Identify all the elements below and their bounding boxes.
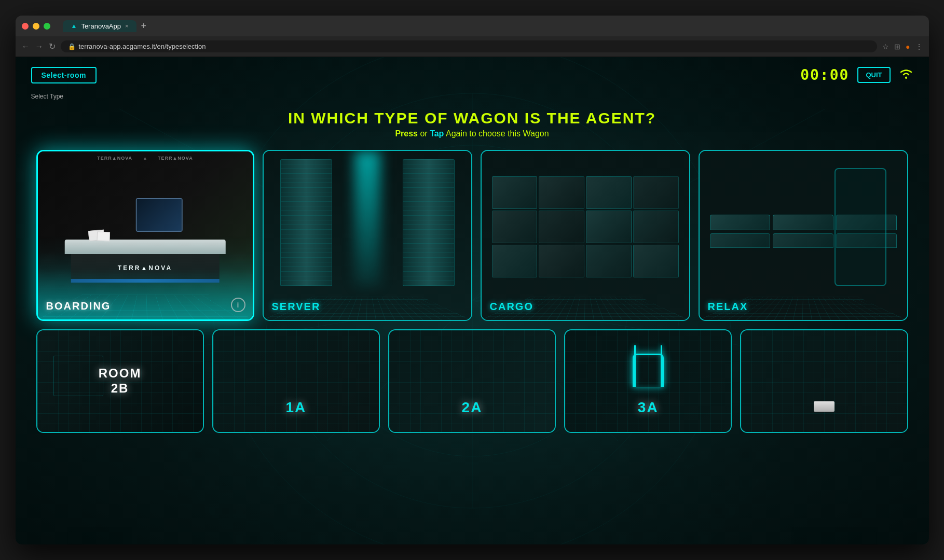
reload-button[interactable]: ↻ xyxy=(49,41,56,51)
server-rack-right xyxy=(403,159,455,286)
wifi-icon xyxy=(899,68,913,82)
back-button[interactable]: ← xyxy=(22,42,30,51)
press-text: Press xyxy=(395,129,418,138)
cargo-box-7 xyxy=(586,211,632,243)
browser-titlebar: ▲ TeranovaApp × + xyxy=(16,16,929,36)
cargo-box-3 xyxy=(586,176,632,209)
room1a-label: 1A xyxy=(285,399,306,416)
menu-icon[interactable]: ⋮ xyxy=(915,43,923,51)
boarding-info-icon[interactable]: i xyxy=(231,298,245,312)
traffic-light-yellow[interactable] xyxy=(33,23,39,30)
question-subtitle: Press or Tap Again to choose this Wagon xyxy=(16,129,929,138)
room1a-grid xyxy=(213,330,379,432)
browser-window: ▲ TeranovaApp × + ← → ↻ 🔒 terranova-app.… xyxy=(16,16,929,544)
cargo-box-1 xyxy=(492,176,538,209)
neon-right-rail xyxy=(661,345,662,387)
tap-text: Tap xyxy=(430,129,444,138)
address-bar[interactable]: 🔒 terranova-app.acgames.it/en/typeselect… xyxy=(61,40,878,52)
relax-chair-1 xyxy=(710,215,771,230)
cargo-box-12 xyxy=(633,245,679,277)
server-scene xyxy=(264,151,471,320)
relax-scene xyxy=(700,151,907,320)
desk-top xyxy=(64,240,226,254)
app-content: Select-room 00:00 QUIT Select Type xyxy=(16,57,929,544)
lock-icon: 🔒 xyxy=(68,43,76,50)
server-card[interactable]: SERVER xyxy=(263,150,472,321)
tab-close-button[interactable]: × xyxy=(125,23,128,29)
server-rack-left xyxy=(280,159,332,286)
room2b-card[interactable]: ROOM2B xyxy=(36,329,204,433)
cargo-boxes xyxy=(492,176,679,278)
cargo-box-10 xyxy=(539,245,584,277)
again-text: Again to choose this Wagon xyxy=(446,129,549,138)
relax-label: RELAX xyxy=(708,301,748,313)
select-room-button[interactable]: Select-room xyxy=(31,67,97,83)
quit-button[interactable]: QUIT xyxy=(857,67,890,83)
server-label: SERVER xyxy=(272,301,321,313)
monitor xyxy=(136,198,183,232)
cargo-box-6 xyxy=(539,211,584,243)
boarding-scene: TERR▲NOVA ▲ TERR▲NOVA xyxy=(38,151,253,319)
cargo-box-2 xyxy=(539,176,584,209)
svg-point-11 xyxy=(905,77,907,79)
room2a-card[interactable]: 2A xyxy=(388,329,556,433)
tab-favicon: ▲ xyxy=(71,22,77,30)
room2a-scene xyxy=(389,330,555,432)
server-light-beam xyxy=(354,151,380,286)
tab-title: TeranovaApp xyxy=(81,22,121,30)
room4-grid xyxy=(741,330,907,432)
desk-paper-2 xyxy=(97,231,110,241)
traffic-light-green[interactable] xyxy=(44,23,50,30)
traffic-light-red[interactable] xyxy=(22,23,29,30)
room4-object xyxy=(814,401,834,412)
cards-section: TERR▲NOVA ▲ TERR▲NOVA xyxy=(16,142,929,544)
room1a-card[interactable]: 1A xyxy=(212,329,380,433)
question-title: IN WHICH TYPE OF WAGON IS THE AGENT? xyxy=(16,109,929,127)
forward-button[interactable]: → xyxy=(35,42,44,51)
new-tab-button[interactable]: + xyxy=(139,21,148,32)
room4-card[interactable] xyxy=(740,329,908,433)
app-topbar: Select-room 00:00 QUIT xyxy=(16,57,929,93)
star-icon[interactable]: ☆ xyxy=(882,43,889,51)
logo-text-right: TERR▲NOVA xyxy=(158,156,193,161)
boarding-logo-header: TERR▲NOVA ▲ TERR▲NOVA xyxy=(38,156,253,161)
monitor-screen xyxy=(137,199,182,231)
cargo-card[interactable]: CARGO xyxy=(481,150,690,321)
server-rack-right-slots xyxy=(403,160,454,286)
room3a-card[interactable]: 3A xyxy=(564,329,732,433)
cargo-box-8 xyxy=(633,211,679,243)
main-question: IN WHICH TYPE OF WAGON IS THE AGENT? Pre… xyxy=(16,104,929,142)
boarding-card[interactable]: TERR▲NOVA ▲ TERR▲NOVA xyxy=(36,150,254,321)
relax-chair-4 xyxy=(710,233,771,248)
room2b-device xyxy=(53,356,103,396)
neon-arch-container xyxy=(633,345,664,387)
relax-chair-2 xyxy=(773,215,833,230)
boarding-label: BOARDING xyxy=(46,300,111,312)
room3a-scene xyxy=(565,330,731,432)
logo-text-left: TERR▲NOVA xyxy=(97,156,132,161)
server-rack-left-slots xyxy=(281,160,332,286)
breadcrumb-text: Select Type xyxy=(31,93,63,100)
logo-divider: ▲ xyxy=(143,156,147,161)
room4-scene xyxy=(741,330,907,432)
neon-left-rail xyxy=(634,345,636,387)
room2a-grid xyxy=(389,330,555,432)
tab-bar: ▲ TeranovaApp × + xyxy=(63,20,148,32)
bottom-cards-row: ROOM2B 1A 2A xyxy=(36,329,908,433)
cargo-box-4 xyxy=(633,176,679,209)
relax-arch xyxy=(834,168,886,286)
cargo-scene xyxy=(482,151,689,320)
timer-display: 00:00 xyxy=(800,66,849,83)
cargo-box-11 xyxy=(586,245,632,277)
cargo-label: CARGO xyxy=(490,301,533,313)
room3a-label: 3A xyxy=(638,399,659,416)
relax-chair-5 xyxy=(773,233,833,248)
profile-icon[interactable]: ● xyxy=(906,43,910,51)
cargo-box-9 xyxy=(492,245,538,277)
toolbar-icons: ☆ ⊞ ● ⋮ xyxy=(882,43,922,51)
relax-card[interactable]: RELAX xyxy=(699,150,908,321)
active-tab[interactable]: ▲ TeranovaApp × xyxy=(63,20,137,32)
extensions-icon[interactable]: ⊞ xyxy=(894,43,900,51)
url-text: terranova-app.acgames.it/en/typeselectio… xyxy=(79,43,206,50)
top-right-controls: 00:00 QUIT xyxy=(800,66,913,83)
